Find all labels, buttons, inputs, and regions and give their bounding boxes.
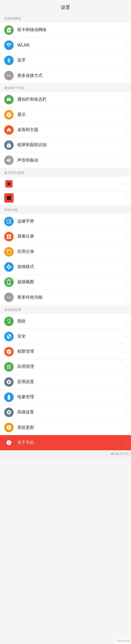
- icon-sim: [4, 25, 14, 35]
- section-features: 特色功能边缘手势›屏幕分屏›应用分身›游戏模式›超级截图›更多特色功能›: [0, 205, 131, 305]
- chevron-right-icon: ›: [125, 28, 127, 32]
- menu-item-screenshot[interactable]: 超级截图›: [0, 275, 131, 290]
- icon-app-manage: [4, 362, 14, 372]
- icon-clone: [4, 247, 14, 257]
- menu-item-bluetooth[interactable]: 蓝牙›: [0, 53, 131, 68]
- chevron-right-icon: ›: [125, 219, 127, 224]
- icon-account-red: [4, 179, 14, 189]
- menu-item-game-mode[interactable]: 游戏模式›: [0, 259, 131, 275]
- chevron-right-icon: ›: [125, 440, 127, 445]
- menu-item-account1[interactable]: ›: [0, 177, 131, 191]
- section-header-features: 特色功能: [0, 205, 131, 214]
- chevron-right-icon: ›: [125, 249, 127, 254]
- menu-item-fingerprint[interactable]: 指纹›: [0, 314, 131, 329]
- icon-advanced: [4, 408, 14, 417]
- section-system: 系统和应用指纹›安全›权限管理›应用管理›应用设置›电量管理›高级设置›系统更新…: [0, 305, 131, 435]
- item-label-screenshot: 超级截图: [17, 279, 123, 285]
- menu-item-desktop[interactable]: 桌面和主题›: [0, 122, 131, 138]
- item-label-more-connections: 更多连接方式: [17, 73, 123, 78]
- menu-item-wlan[interactable]: WLAN›: [0, 38, 131, 53]
- chevron-right-icon: ›: [125, 97, 127, 102]
- item-label-update: 系统更新: [17, 425, 123, 430]
- menu-item-security[interactable]: 安全›: [0, 329, 131, 344]
- icon-sound: [4, 156, 14, 165]
- menu-item-advanced[interactable]: 高级设置›: [0, 405, 131, 420]
- site-watermark: A 阿酷安卓网: [0, 450, 131, 457]
- icon-bluetooth: [4, 56, 14, 65]
- chevron-right-icon: ›: [125, 319, 127, 324]
- item-label-permissions: 权限管理: [17, 349, 123, 354]
- menu-item-more-features[interactable]: 更多特色功能›: [0, 290, 131, 305]
- menu-item-lockscreen[interactable]: 锁屏和面部识别›: [0, 138, 131, 153]
- chevron-right-icon: ›: [125, 112, 127, 117]
- chevron-right-icon: ›: [125, 73, 127, 78]
- chevron-right-icon: ›: [125, 265, 127, 269]
- item-label-game-mode: 游戏模式: [17, 264, 123, 270]
- chevron-right-icon: ›: [125, 234, 127, 239]
- chevron-right-icon: ›: [125, 280, 127, 284]
- chevron-right-icon: ›: [125, 425, 127, 430]
- icon-game: [4, 262, 14, 272]
- menu-item-account2[interactable]: ›: [0, 191, 131, 205]
- icon-edge: [4, 217, 14, 226]
- chevron-right-icon: ›: [125, 58, 127, 63]
- chevron-right-icon: ›: [125, 395, 127, 400]
- chevron-right-icon: ›: [125, 143, 127, 147]
- item-label-about: 关于手机: [17, 440, 123, 446]
- menu-item-permissions[interactable]: 权限管理›: [0, 344, 131, 359]
- chevron-right-icon: ›: [125, 43, 127, 48]
- menu-item-edge-gesture[interactable]: 边缘手势›: [0, 214, 131, 229]
- section-header-network: 无线和网络: [0, 14, 131, 22]
- item-label-edge-gesture: 边缘手势: [17, 219, 123, 224]
- item-label-more-features: 更多特色功能: [17, 295, 123, 300]
- item-label-split-screen: 屏幕分屏: [17, 234, 123, 239]
- item-label-wlan: WLAN: [17, 43, 123, 48]
- chevron-right-icon: ›: [125, 334, 127, 339]
- menu-item-app-manage[interactable]: 应用管理›: [0, 359, 131, 374]
- section-header-notifications: 通知和个性化: [0, 83, 131, 92]
- menu-item-notification-bar[interactable]: 通知栏和状态栏›: [0, 92, 131, 107]
- chevron-right-icon: ›: [125, 364, 127, 369]
- icon-account-red2: [4, 193, 14, 203]
- item-label-notification-bar: 通知栏和状态栏: [17, 97, 123, 102]
- menu-item-about[interactable]: 关于手机›: [0, 435, 131, 450]
- icon-battery: [4, 392, 14, 402]
- menu-item-sound[interactable]: 声音和振动›: [0, 153, 131, 168]
- chevron-right-icon: ›: [125, 410, 127, 415]
- item-label-fingerprint: 指纹: [17, 318, 123, 324]
- watermark: 阿酷安卓网: [116, 638, 131, 644]
- icon-screenshot: [4, 277, 14, 287]
- item-label-battery: 电量管理: [17, 394, 123, 400]
- icon-notification: [4, 95, 14, 104]
- icon-display: [4, 110, 14, 119]
- menu-item-app-settings[interactable]: 应用设置›: [0, 374, 131, 390]
- icon-update: [4, 423, 14, 432]
- menu-item-display[interactable]: 显示›: [0, 107, 131, 122]
- item-label-display: 显示: [17, 112, 123, 117]
- item-label-sound: 声音和振动: [17, 158, 123, 163]
- section-accounts: 账号和云服务››: [0, 168, 131, 205]
- icon-lock: [4, 140, 14, 150]
- chevron-right-icon: ›: [125, 349, 127, 354]
- item-label-advanced: 高级设置: [17, 409, 123, 415]
- item-label-desktop: 桌面和主题: [17, 127, 123, 133]
- menu-item-app-clone[interactable]: 应用分身›: [0, 244, 131, 259]
- item-label-bluetooth: 蓝牙: [17, 58, 123, 63]
- chevron-right-icon: ›: [125, 295, 127, 300]
- item-label-app-clone: 应用分身: [17, 249, 123, 254]
- chevron-right-icon: ›: [125, 181, 127, 186]
- item-label-lockscreen: 锁屏和面部识别: [17, 142, 123, 148]
- icon-more-dots: [4, 293, 14, 302]
- menu-item-split-screen[interactable]: 屏幕分屏›: [0, 229, 131, 244]
- item-label-sim: 双卡和移动网络: [17, 27, 123, 33]
- menu-item-update[interactable]: 系统更新›: [0, 420, 131, 435]
- icon-wifi: [4, 41, 14, 50]
- icon-security: [4, 332, 14, 341]
- icon-permissions: [4, 347, 14, 356]
- icon-split: [4, 232, 14, 241]
- menu-item-more-connections[interactable]: 更多连接方式›: [0, 68, 131, 83]
- menu-item-sim[interactable]: 双卡和移动网络›: [0, 22, 131, 38]
- section-header-accounts: 账号和云服务: [0, 168, 131, 177]
- icon-home: [4, 125, 14, 135]
- menu-item-battery[interactable]: 电量管理›: [0, 390, 131, 405]
